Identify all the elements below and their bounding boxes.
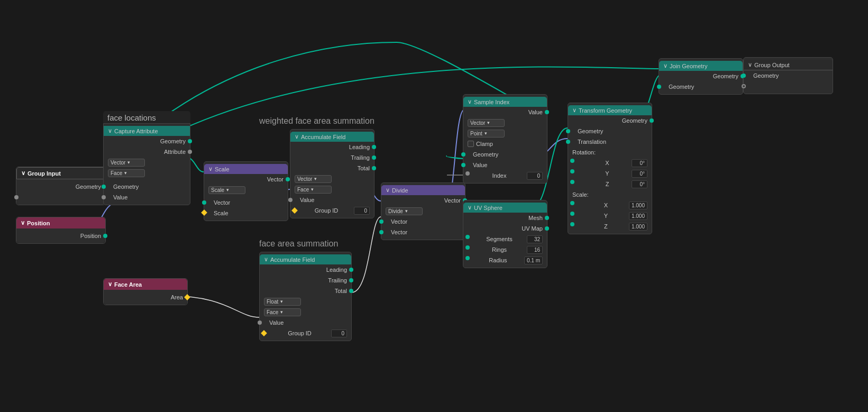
scale-vector-out: Vector [204,174,288,185]
tg-scale-label: Scale: [568,189,652,200]
ca-geometry-in: Geometry [104,181,190,192]
aw-total-out: Total [290,163,374,173]
ca-face-row: Face [104,168,190,178]
af-total-out: Total [260,286,351,296]
si-value-in-socket[interactable] [461,163,465,167]
si-value-socket[interactable] [545,110,549,114]
af-float-dd[interactable]: Float [264,298,301,306]
tg-geometry-out-socket[interactable] [650,118,654,123]
ca-attribute-socket [188,150,192,154]
group-output-body: ∨ Group Output Geometry [743,57,833,94]
position-title: Position [27,220,50,226]
group-input-geometry-row: Geometry [16,181,105,192]
af-groupid-socket [261,330,267,336]
face-area-socket[interactable] [184,294,190,300]
aw-face-dd[interactable]: Face [295,186,332,194]
aw-leading-socket[interactable] [372,145,376,149]
face-area-summation-title: face area summation [259,239,338,249]
tg-scale-y-row: Y 1.000 [568,210,652,221]
aw-trailing-socket[interactable] [372,155,376,160]
tg-rotx-socket [570,159,574,163]
accumulate-facearea-node: ∨ Accumulate Field Leading Trailing Tota… [259,252,352,341]
uvs-rings-row: Rings 16 [463,244,547,255]
si-vector-dd[interactable]: Vector [468,119,505,127]
tg-geo-in-socket[interactable] [566,129,570,133]
join-geometry-body: ∨ Join Geometry Geometry Geometry [659,58,743,95]
uvs-mesh-socket[interactable] [545,216,549,220]
af-face-dd[interactable]: Face [264,308,301,316]
ca-geometry-out-socket[interactable] [188,139,192,143]
accumulate-weighted-node: ∨ Accumulate Field Leading Trailing Tota… [290,129,374,218]
si-clamp-checkbox[interactable] [468,141,474,147]
divide-vec-in-socket[interactable] [379,219,383,224]
tg-geometry-in: Geometry [568,126,652,136]
ca-vector-dropdown[interactable]: Vector [108,159,145,167]
uvs-uvmap-socket[interactable] [545,226,549,231]
chevron-icon: ∨ [21,170,25,177]
aw-vector-dropdown: Vector [290,173,374,184]
sample-index-node: ∨ Sample Index Value Vector Point Clamp … [463,94,547,184]
aw-total-socket[interactable] [372,166,376,170]
tg-rot-x-row: X 0° [568,158,652,168]
jg-geometry-in-socket[interactable] [657,85,661,89]
go-empty-row [744,81,833,91]
group-input-geometry-label: Geometry [76,184,101,190]
af-leading-socket[interactable] [349,268,353,272]
af-value-socket [258,321,262,325]
scale-dropdown-row: Scale [204,185,288,195]
group-output-node: ∨ Group Output Geometry [743,57,833,94]
scale-vector-in-socket[interactable] [202,200,206,205]
af-trailing-socket[interactable] [349,278,353,282]
aw-vector-dd[interactable]: Vector [295,175,332,183]
si-value-in: Value [463,160,547,170]
face-area-chevron: ∨ [108,281,112,288]
af-total-socket[interactable] [349,289,353,293]
capture-attribute-header: ∨ Capture Attribute [104,126,190,136]
divide-dropdown[interactable]: Divide [386,207,423,215]
af-value-in: Value [260,317,351,328]
si-index-row: Index 0 [463,170,547,181]
si-geometry-in: Geometry [463,149,547,160]
si-point-dd[interactable]: Point [468,130,505,138]
tg-translation-socket[interactable] [566,140,570,144]
face-area-output-row: Area [104,292,187,303]
aw-value-socket [288,198,293,202]
tg-rot-z-row: Z 0° [568,179,652,189]
uv-sphere-header: ∨ UV Sphere [463,203,547,213]
accumulate-facearea-body: ∨ Accumulate Field Leading Trailing Tota… [259,252,352,341]
divide-vector-in: Vector [381,216,465,227]
aw-trailing-out: Trailing [290,152,374,163]
ca-face-dropdown[interactable]: Face [108,169,145,177]
scale-dropdown[interactable]: Scale [208,186,245,194]
divide-node: ∨ Divide Vector Divide Vector Vector [381,182,465,240]
tg-translation-in: Translation [568,136,652,147]
tg-rot-y-row: Y 0° [568,168,652,179]
divide-val-in-socket[interactable] [379,230,383,234]
si-value-out: Value [463,107,547,117]
group-input-title: Group Input [28,170,61,177]
scale-scale-in: Scale [204,208,288,218]
scale-vector-out-socket[interactable] [286,177,290,181]
ca-geometry-out: Geometry [104,136,190,147]
ca-label: Capture Attribute [114,128,158,134]
position-chevron: ∨ [21,219,25,226]
aw-face-dropdown: Face [290,184,374,195]
ca-geometry-in-socket[interactable] [102,185,106,189]
scale-scale-socket [201,209,207,215]
uvs-uvmap-out: UV Map [463,223,547,234]
uv-sphere-node: ∨ UV Sphere Mesh UV Map Segments 32 Ring… [463,200,547,268]
ca-attribute-out: Attribute [104,147,190,157]
scale-header: ∨ Scale [204,164,288,174]
node-canvas: ∨ Group Input Geometry ∨ Position Positi… [0,0,868,412]
divide-value-in: Vector [381,227,465,237]
af-face-dropdown: Face [260,307,351,317]
tg-scalex-socket [570,201,574,205]
tg-scale-x-row: X 1.000 [568,200,652,210]
position-socket[interactable] [103,234,107,238]
go-geometry-socket[interactable] [742,74,746,78]
uv-sphere-body: ∨ UV Sphere Mesh UV Map Segments 32 Ring… [463,200,547,268]
group-input-body: Geometry [16,179,105,205]
uvs-rings-socket [465,245,470,250]
si-geometry-socket[interactable] [461,152,465,157]
si-index-socket [465,171,470,176]
